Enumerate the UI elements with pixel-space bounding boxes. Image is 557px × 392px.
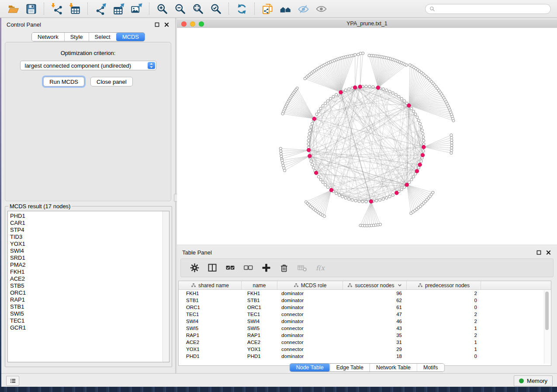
graph-leaf-node[interactable] <box>280 152 282 155</box>
mcds-result-listbox[interactable]: PHD1CAR1STP4TID3YOX1SWI4SRD1PMA2FKH1ACE2… <box>7 211 170 362</box>
graph-node[interactable] <box>324 102 327 105</box>
graph-node[interactable] <box>375 199 378 202</box>
save-session-button[interactable] <box>22 2 40 16</box>
tab-edge-table[interactable]: Edge Table <box>330 364 370 371</box>
graph-leaf-node[interactable] <box>450 151 453 154</box>
table-cell[interactable]: dominator <box>277 304 343 311</box>
graph-node[interactable] <box>385 196 388 199</box>
import-table-button[interactable] <box>66 2 84 16</box>
graph-node[interactable] <box>368 85 371 88</box>
zoom-out-button[interactable] <box>171 2 189 16</box>
network-canvas[interactable] <box>177 28 557 244</box>
graph-node[interactable] <box>326 186 329 189</box>
graph-node[interactable] <box>410 178 413 181</box>
table-cell[interactable]: 43 <box>343 325 407 332</box>
table-row[interactable]: PHD1PHD1dominator180 <box>179 353 551 360</box>
table-cell[interactable]: YOX1 <box>179 346 242 353</box>
graph-node[interactable] <box>326 100 329 102</box>
run-mcds-button[interactable]: Run MCDS <box>43 77 84 86</box>
table-cell[interactable]: 1 <box>407 346 481 353</box>
table-cell[interactable]: 2 <box>407 332 481 339</box>
refresh-view-button[interactable] <box>233 2 251 16</box>
graph-node[interactable] <box>379 199 381 201</box>
graph-node[interactable] <box>372 86 374 88</box>
export-network-button[interactable] <box>92 2 110 16</box>
zoom-selected-button[interactable] <box>207 2 225 16</box>
table-cell[interactable]: dominator <box>277 353 343 360</box>
table-cell[interactable]: 2 <box>407 311 481 318</box>
table-cell[interactable]: RAP1 <box>179 332 242 339</box>
toggle-panes-button[interactable] <box>207 263 218 273</box>
tab-select[interactable]: Select <box>89 33 116 41</box>
task-history-button[interactable] <box>6 376 19 386</box>
graph-node[interactable] <box>308 132 311 135</box>
graph-node[interactable] <box>351 199 353 201</box>
table-cell[interactable]: SWI4 <box>179 318 242 325</box>
table-cell[interactable]: 0 <box>407 353 481 360</box>
graph-hub-node[interactable] <box>312 117 316 121</box>
graph-node[interactable] <box>307 139 310 142</box>
graph-node[interactable] <box>382 198 384 200</box>
table-row[interactable]: STB1STB1dominator620 <box>179 297 551 304</box>
table-cell[interactable]: 0 <box>407 304 481 311</box>
table-cell[interactable]: 0 <box>407 297 481 304</box>
graph-hub-node[interactable] <box>422 145 426 149</box>
graph-leaf-node[interactable] <box>281 159 284 162</box>
graph-node[interactable] <box>388 90 391 93</box>
graph-leaf-node[interactable] <box>450 141 453 144</box>
table-cell[interactable]: 29 <box>343 346 407 353</box>
graph-hub-node[interactable] <box>418 163 422 167</box>
table-cell[interactable]: ORC1 <box>242 304 277 311</box>
graph-node[interactable] <box>354 199 357 202</box>
table-scrollbar-thumb[interactable] <box>545 292 549 330</box>
table-cell[interactable]: 1 <box>407 339 481 346</box>
table-cell[interactable]: FKH1 <box>179 290 242 297</box>
graph-node[interactable] <box>315 113 318 116</box>
graph-node[interactable] <box>365 200 367 203</box>
graph-node[interactable] <box>394 93 397 96</box>
table-cell[interactable]: 2 <box>407 318 481 325</box>
graph-node[interactable] <box>344 89 347 92</box>
optimization-criterion-select[interactable]: largest connected component (undirected) <box>20 61 156 70</box>
tab-motifs[interactable]: Motifs <box>417 364 444 371</box>
table-cell[interactable]: dominator <box>277 318 343 325</box>
graph-hub-node[interactable] <box>405 183 409 187</box>
graph-node[interactable] <box>410 107 413 110</box>
graph-node[interactable] <box>329 97 332 100</box>
table-cell[interactable]: PHD1 <box>242 353 277 360</box>
graph-node[interactable] <box>332 95 335 98</box>
graph-node[interactable] <box>416 116 419 119</box>
graph-node[interactable] <box>408 181 411 183</box>
table-row[interactable]: ACE2ACE2connector311 <box>179 339 551 346</box>
graph-leaf-node[interactable] <box>432 191 434 194</box>
graph-leaf-node[interactable] <box>280 150 282 152</box>
graph-node[interactable] <box>348 88 350 90</box>
graph-leaf-node[interactable] <box>304 77 306 80</box>
close-panel-icon[interactable] <box>163 21 170 28</box>
column-header-MCDS-role[interactable]: MCDS role <box>277 281 343 289</box>
table-cell[interactable]: SWI5 <box>179 325 242 332</box>
graph-node[interactable] <box>414 113 417 116</box>
graph-leaf-node[interactable] <box>408 64 411 66</box>
float-panel-icon[interactable] <box>153 21 160 28</box>
table-cell[interactable]: 62 <box>343 297 407 304</box>
table-cell[interactable]: STB1 <box>242 297 277 304</box>
table-cell[interactable]: RAP1 <box>242 332 277 339</box>
graph-leaf-node[interactable] <box>323 215 325 217</box>
graph-hub-node[interactable] <box>308 154 312 158</box>
table-cell[interactable]: STB1 <box>179 297 242 304</box>
table-row[interactable]: SWI5SWI5connector431 <box>179 325 551 332</box>
graph-node[interactable] <box>311 163 314 166</box>
table-row[interactable]: FKH1FKH1dominator962 <box>179 290 551 297</box>
duplicate-network-button[interactable] <box>259 2 277 16</box>
zoom-in-button[interactable] <box>153 2 171 16</box>
graph-node[interactable] <box>422 136 425 138</box>
graph-node[interactable] <box>317 110 320 113</box>
column-header-predecessor-nodes[interactable]: predecessor nodes <box>407 281 481 289</box>
graph-node[interactable] <box>309 129 311 131</box>
graph-leaf-node[interactable] <box>280 155 283 158</box>
column-header-shared-name[interactable]: shared name <box>179 281 242 289</box>
graph-node[interactable] <box>421 129 423 131</box>
graph-node[interactable] <box>348 198 350 200</box>
graph-leaf-node[interactable] <box>283 167 285 169</box>
